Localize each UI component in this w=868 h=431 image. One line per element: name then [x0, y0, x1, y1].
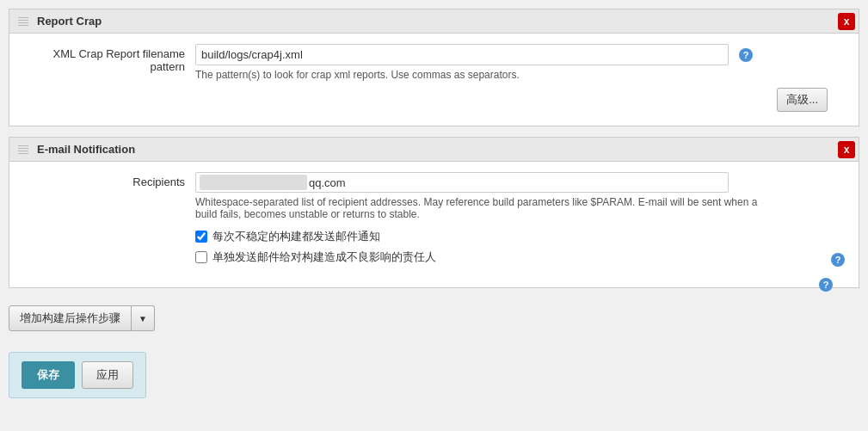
filename-pattern-field: ? The pattern(s) to look for crap xml re… [195, 44, 845, 81]
filename-pattern-label: XML Crap Report filename pattern [23, 44, 195, 73]
checkbox2-row-wrapper: 单独发送邮件给对构建造成不良影响的责任人 ? [195, 249, 845, 270]
report-crap-title: Report Crap [37, 15, 102, 28]
email-notification-body: Recipients ██████████ qq.com Whitespace-… [9, 162, 859, 287]
advanced-button[interactable]: 高级... [777, 88, 828, 112]
recipients-row: Recipients ██████████ qq.com Whitespace-… [23, 172, 845, 270]
recipient-blurred-tag: ██████████ [200, 175, 307, 190]
report-crap-header: Report Crap x [9, 9, 859, 34]
delete-report-crap-button[interactable]: x [838, 13, 855, 30]
email-notification-title: E-mail Notification [37, 143, 135, 156]
checkboxes-area: 每次不稳定的构建都发送邮件通知 单独发送邮件给对构建造成不良影响的责任人 ? [195, 229, 845, 270]
dropdown-arrow-icon: ▼ [139, 314, 147, 323]
checkbox1-row: 每次不稳定的构建都发送邮件通知 [195, 229, 845, 244]
delete-email-button[interactable]: x [838, 141, 855, 158]
filename-pattern-help-icon[interactable]: ? [739, 48, 753, 62]
recipients-field: ██████████ qq.com Whitespace-separated l… [195, 172, 845, 270]
bottom-save-area: 保存 应用 [9, 352, 146, 398]
recipient-domain: qq.com [309, 176, 346, 189]
drag-handle-email[interactable] [18, 144, 28, 156]
report-crap-body: XML Crap Report filename pattern ? The p… [9, 34, 859, 126]
apply-button[interactable]: 应用 [82, 361, 133, 389]
checkbox2-row: 单独发送邮件给对构建造成不良影响的责任人 [195, 249, 436, 265]
email-section-help-icon[interactable]: ? [819, 278, 833, 292]
add-step-dropdown-button[interactable]: ▼ [132, 305, 155, 331]
individual-notify-checkbox[interactable] [195, 251, 207, 263]
unstable-notify-checkbox[interactable] [195, 231, 207, 243]
email-notification-header: E-mail Notification x ? [9, 138, 859, 162]
filename-pattern-input[interactable] [195, 44, 729, 65]
recipients-label: Recipients [23, 172, 195, 188]
filename-pattern-help-text: The pattern(s) to look for crap xml repo… [195, 69, 729, 81]
add-step-area: 增加构建后操作步骤 ▼ [9, 299, 859, 338]
email-notification-panel: E-mail Notification x ? Recipients █████… [9, 137, 859, 288]
advanced-btn-row: 高级... [23, 88, 845, 112]
unstable-notify-label: 每次不稳定的构建都发送邮件通知 [212, 229, 380, 244]
recipient-input-wrapper: ██████████ qq.com [195, 172, 729, 193]
filename-pattern-row: XML Crap Report filename pattern ? The p… [23, 44, 845, 81]
add-step-button[interactable]: 增加构建后操作步骤 [9, 305, 132, 331]
save-button[interactable]: 保存 [22, 361, 75, 389]
recipients-help-text: Whitespace-separated list of recipient a… [195, 196, 780, 220]
individual-notify-help-icon[interactable]: ? [831, 253, 845, 267]
individual-notify-label: 单独发送邮件给对构建造成不良影响的责任人 [212, 249, 436, 265]
main-content: Report Crap x XML Crap Report filename p… [0, 0, 868, 407]
report-crap-panel: Report Crap x XML Crap Report filename p… [9, 9, 859, 126]
drag-handle-report-crap[interactable] [18, 15, 28, 28]
add-step-btn-group: 增加构建后操作步骤 ▼ [9, 305, 155, 331]
